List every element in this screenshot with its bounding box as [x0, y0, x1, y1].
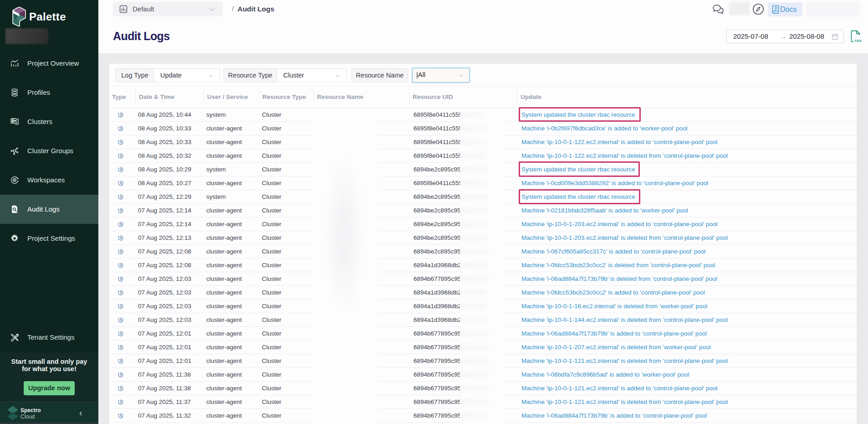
svg-text:csv: csv	[855, 38, 862, 43]
